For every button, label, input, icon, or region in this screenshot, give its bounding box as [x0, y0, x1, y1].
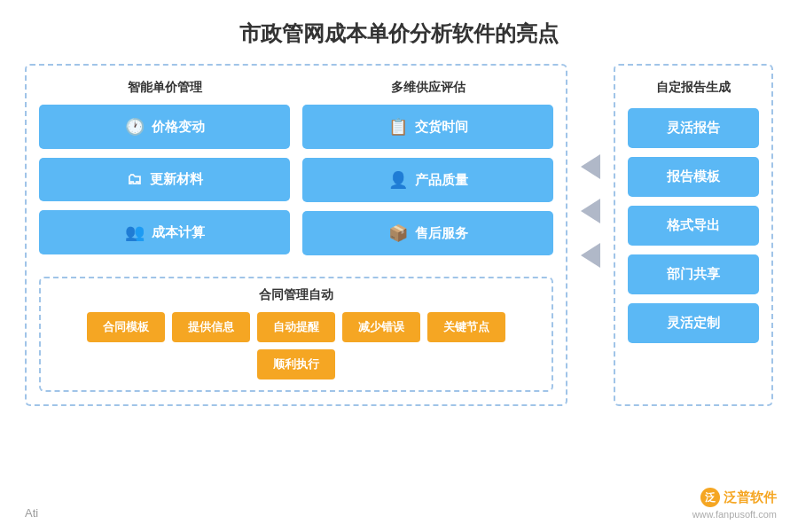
card-label-after-sales: 售后服务 — [415, 225, 468, 242]
arrow-area — [567, 64, 614, 406]
card-label-delivery: 交货时间 — [415, 119, 468, 136]
box-icon: 📦 — [388, 223, 408, 243]
arrow-1 — [581, 154, 600, 179]
tag-auto-remind: 自动提醒 — [257, 312, 335, 342]
people-icon: 👥 — [125, 223, 145, 242]
section-multi-supply: 多维供应评估 📋 交货时间 👤 产品质量 📦 售后服务 — [302, 80, 553, 264]
arrow-2 — [581, 199, 600, 223]
folder-icon: 🗂 — [127, 170, 143, 189]
card-price-change: 🕐 价格变动 — [39, 105, 290, 149]
btn-flexible-custom[interactable]: 灵活定制 — [628, 303, 759, 343]
right-panel: 自定报告生成 灵活报告 报告模板 格式导出 部门共享 灵活定制 — [614, 64, 773, 406]
person-icon: 👤 — [388, 170, 408, 190]
arrow-3 — [581, 243, 600, 268]
btn-report-template[interactable]: 报告模板 — [628, 157, 759, 197]
left-panel: 智能单价管理 🕐 价格变动 🗂 更新材料 👥 成本计算 多维供应评估 — [25, 64, 567, 406]
btn-dept-share[interactable]: 部门共享 — [628, 254, 759, 294]
section-title-intelligent: 智能单价管理 — [39, 80, 290, 96]
ati-text: Ati — [25, 506, 38, 520]
contract-tags: 合同模板 提供信息 自动提醒 减少错误 关键节点 顺利执行 — [51, 312, 541, 379]
watermark-url: www.fanpusoft.com — [692, 509, 777, 520]
watermark-logo-text: 泛普软件 — [724, 489, 777, 506]
main-content: 智能单价管理 🕐 价格变动 🗂 更新材料 👥 成本计算 多维供应评估 — [0, 64, 798, 406]
watermark-logo: 泛 泛普软件 — [700, 488, 777, 507]
tag-contract-template: 合同模板 — [87, 312, 165, 342]
btn-format-export[interactable]: 格式导出 — [628, 206, 759, 246]
logo-icon: 泛 — [700, 488, 720, 507]
tag-provide-info: 提供信息 — [172, 312, 250, 342]
card-label-update-material: 更新材料 — [150, 171, 203, 188]
card-label-quality: 产品质量 — [415, 172, 468, 189]
watermark: 泛 泛普软件 www.fanpusoft.com — [692, 488, 777, 520]
clock-icon: 🕐 — [125, 117, 145, 137]
card-cost-calc: 👥 成本计算 — [39, 210, 290, 254]
left-panel-top: 智能单价管理 🕐 价格变动 🗂 更新材料 👥 成本计算 多维供应评估 — [39, 80, 553, 264]
card-after-sales: 📦 售后服务 — [302, 211, 553, 255]
contract-section: 合同管理自动 合同模板 提供信息 自动提醒 减少错误 关键节点 顺利执行 — [39, 277, 553, 392]
btn-flexible-report[interactable]: 灵活报告 — [628, 108, 759, 148]
page-title: 市政管网成本单价分析软件的亮点 — [0, 0, 798, 64]
tag-smooth-exec: 顺利执行 — [257, 349, 335, 379]
tag-reduce-error: 减少错误 — [342, 312, 420, 342]
section-title-supply: 多维供应评估 — [302, 80, 553, 96]
card-product-quality: 👤 产品质量 — [302, 158, 553, 202]
clipboard-icon: 📋 — [388, 117, 408, 137]
card-delivery-time: 📋 交货时间 — [302, 105, 553, 149]
right-panel-title: 自定报告生成 — [656, 80, 731, 96]
card-label-price-change: 价格变动 — [152, 119, 205, 136]
contract-title: 合同管理自动 — [51, 287, 541, 303]
card-update-material: 🗂 更新材料 — [39, 158, 290, 201]
card-label-cost-calc: 成本计算 — [152, 224, 205, 241]
section-intelligent-price: 智能单价管理 🕐 价格变动 🗂 更新材料 👥 成本计算 — [39, 80, 290, 264]
tag-key-node: 关键节点 — [427, 312, 505, 342]
